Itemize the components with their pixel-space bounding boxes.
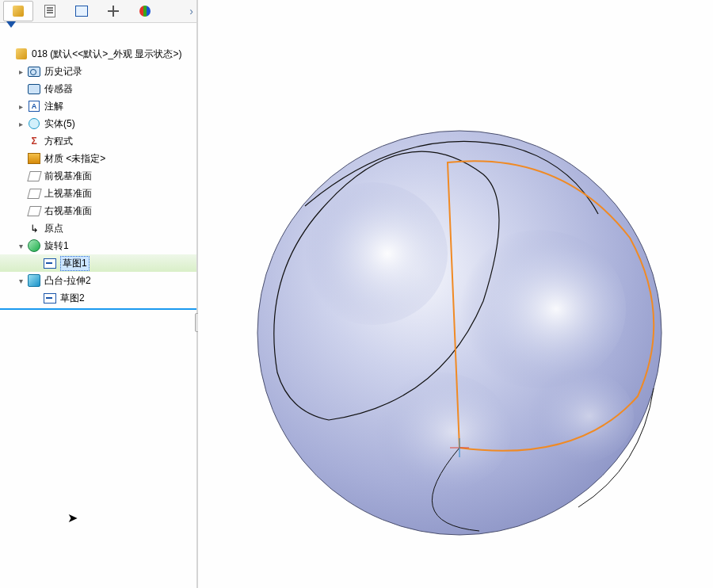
- part-icon: [14, 47, 29, 61]
- plane-icon: [27, 186, 41, 200]
- tree-item-sketch2[interactable]: ▸ 草图2: [0, 289, 196, 307]
- tab-overflow-icon[interactable]: ›: [189, 5, 193, 17]
- model-sphere: [198, 0, 713, 588]
- annotations-label: 注解: [44, 100, 63, 113]
- feature-tree-icon: [13, 6, 24, 17]
- tree-item-sketch1[interactable]: ▸ 草图1 ➤: [0, 254, 196, 272]
- root-label: 018 (默认<<默认>_外观 显示状态>): [32, 48, 181, 61]
- solids-label: 实体(5): [44, 117, 75, 131]
- svg-point-3: [368, 372, 511, 491]
- tree-item-sensors[interactable]: ▸ 传感器: [0, 80, 196, 97]
- tab-configurations[interactable]: [67, 1, 97, 21]
- plane-icon: [27, 204, 41, 218]
- dimxpert-icon: [108, 6, 119, 17]
- svg-point-1: [297, 182, 448, 325]
- sketch2-label: 草图2: [60, 292, 85, 305]
- tree-item-origin[interactable]: ▸ ↳ 原点: [0, 220, 196, 237]
- sensor-icon: [27, 82, 41, 96]
- sketch1-label: 草图1: [60, 256, 90, 271]
- revolve-icon: [27, 239, 41, 253]
- tree-item-plane-front[interactable]: ▸ 前视基准面: [0, 167, 196, 185]
- plane-front-label: 前视基准面: [44, 170, 92, 183]
- material-label: 材质 <未指定>: [44, 152, 105, 166]
- tree-item-annotations[interactable]: ▸ A 注解: [0, 97, 196, 115]
- tab-display-manager[interactable]: [130, 1, 160, 21]
- sketch-icon: [43, 291, 57, 305]
- plane-right-label: 右视基准面: [44, 204, 92, 218]
- svg-point-2: [452, 230, 626, 388]
- equation-icon: Σ: [27, 134, 41, 148]
- rollback-bar[interactable]: [0, 308, 196, 310]
- annotation-icon: A: [27, 99, 41, 113]
- feature-manager-panel: › ▸ 018 (默认<<默认>_外观 显示状态>) ▸ 历史记录 ▸ 传感器: [0, 0, 198, 588]
- sensors-label: 传感器: [44, 82, 73, 96]
- sketch-icon: [43, 256, 57, 270]
- solid-icon: [27, 116, 41, 131]
- extrude2-label: 凸台-拉伸2: [44, 274, 91, 288]
- history-icon: [27, 64, 41, 78]
- tree-item-material[interactable]: ▸ 材质 <未指定>: [0, 150, 196, 167]
- history-label: 历史记录: [44, 65, 82, 78]
- tree-item-equations[interactable]: ▸ Σ 方程式: [0, 132, 196, 150]
- sidebar-tab-bar: ›: [0, 0, 196, 23]
- plane-top-label: 上视基准面: [44, 187, 92, 200]
- origin-icon: ↳: [27, 221, 41, 235]
- tree-item-plane-top[interactable]: ▸ 上视基准面: [0, 185, 196, 202]
- tree-item-extrude2[interactable]: ▾ 凸台-拉伸2: [0, 272, 196, 289]
- display-icon: [139, 6, 151, 17]
- plane-icon: [27, 169, 41, 183]
- app-root: › ▸ 018 (默认<<默认>_外观 显示状态>) ▸ 历史记录 ▸ 传感器: [0, 0, 713, 588]
- tab-feature-tree[interactable]: [3, 1, 33, 21]
- tree-item-solids[interactable]: ▸ 实体(5): [0, 115, 196, 132]
- config-icon: [75, 6, 88, 17]
- tree-item-revolve1[interactable]: ▾ 旋转1: [0, 237, 196, 254]
- extrude-icon: [27, 273, 41, 288]
- tab-property-manager[interactable]: [35, 1, 65, 21]
- cursor-icon: ➤: [67, 510, 78, 525]
- tree-root-part[interactable]: ▸ 018 (默认<<默认>_外观 显示状态>): [0, 45, 196, 63]
- feature-tree: ▸ 018 (默认<<默认>_外观 显示状态>) ▸ 历史记录 ▸ 传感器 ▸ …: [0, 44, 196, 588]
- equations-label: 方程式: [44, 135, 73, 148]
- property-icon: [44, 5, 55, 17]
- tree-item-plane-right[interactable]: ▸ 右视基准面: [0, 202, 196, 220]
- filter-icon[interactable]: [6, 28, 16, 39]
- graphics-viewport[interactable]: [198, 0, 713, 588]
- revolve1-label: 旋转1: [44, 239, 69, 253]
- origin-label: 原点: [44, 222, 63, 235]
- tab-dimxpert[interactable]: [98, 1, 128, 21]
- material-icon: [27, 151, 41, 166]
- filter-bar: [0, 23, 196, 44]
- tree-item-history[interactable]: ▸ 历史记录: [0, 63, 196, 80]
